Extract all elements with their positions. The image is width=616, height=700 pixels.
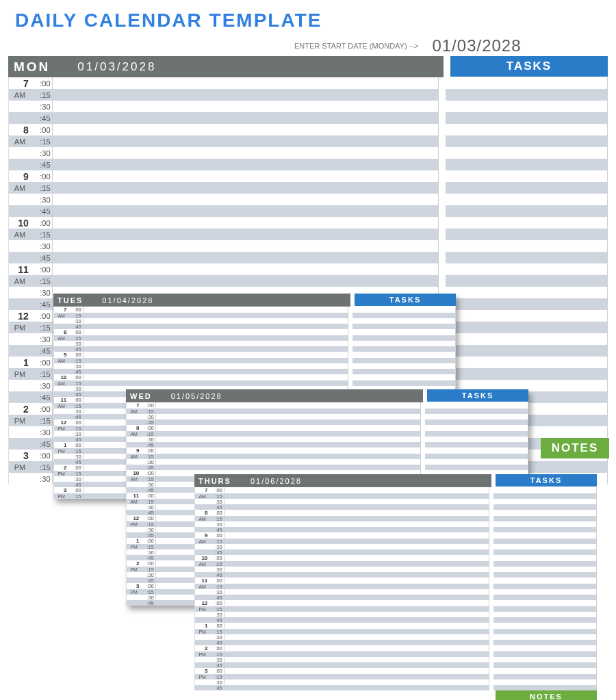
time-slot-row[interactable]: AM:15 (54, 313, 456, 318)
task-cell[interactable] (352, 352, 456, 358)
time-slot-row[interactable]: AM:15 (54, 335, 456, 341)
task-cell[interactable] (493, 600, 597, 606)
task-cell[interactable] (352, 324, 456, 329)
time-slot-row[interactable]: AM:15 (9, 229, 608, 240)
time-slot-row[interactable]: AM:15 (195, 539, 597, 544)
entry-cell[interactable] (52, 135, 439, 147)
task-cell[interactable] (352, 346, 456, 352)
time-slot-row[interactable]: :45 (54, 324, 456, 329)
time-slot-row[interactable]: 7:00 (54, 307, 456, 313)
task-cell[interactable] (446, 101, 607, 112)
time-slot-row[interactable]: 3:00 (195, 668, 597, 674)
entry-cell[interactable] (224, 679, 489, 685)
time-slot-row[interactable]: 2:00 (195, 645, 597, 651)
entry-cell[interactable] (52, 182, 439, 194)
task-cell[interactable] (446, 77, 607, 89)
time-slot-row[interactable]: PM:15 (195, 606, 597, 612)
task-cell[interactable] (446, 263, 607, 275)
time-slot-row[interactable]: :45 (195, 685, 597, 690)
time-slot-row[interactable]: :30 (195, 634, 597, 640)
entry-cell[interactable] (224, 651, 489, 657)
entry-cell[interactable] (155, 409, 420, 414)
entry-cell[interactable] (52, 170, 439, 182)
task-cell[interactable] (493, 510, 597, 516)
task-cell[interactable] (493, 499, 597, 504)
task-cell[interactable] (493, 567, 597, 572)
entry-cell[interactable] (224, 657, 489, 662)
task-cell[interactable] (493, 606, 597, 612)
task-cell[interactable] (446, 298, 607, 310)
entry-cell[interactable] (83, 329, 348, 335)
entry-cell[interactable] (224, 595, 489, 600)
entry-cell[interactable] (224, 567, 489, 572)
task-cell[interactable] (425, 419, 528, 425)
time-slot-row[interactable]: 10:00 (54, 374, 456, 380)
task-cell[interactable] (425, 414, 528, 419)
entry-cell[interactable] (224, 662, 489, 668)
task-cell[interactable] (446, 147, 607, 159)
task-cell[interactable] (493, 572, 597, 578)
time-slot-row[interactable]: :45 (9, 112, 608, 124)
time-slot-row[interactable]: AM:15 (9, 182, 608, 194)
entry-cell[interactable] (155, 442, 420, 448)
task-cell[interactable] (446, 240, 607, 252)
task-cell[interactable] (493, 578, 597, 584)
time-slot-row[interactable]: :45 (9, 159, 608, 170)
entry-cell[interactable] (52, 112, 439, 124)
time-slot-row[interactable]: :45 (127, 442, 528, 448)
time-slot-row[interactable]: :30 (9, 240, 608, 252)
task-cell[interactable] (493, 662, 597, 668)
task-cell[interactable] (352, 313, 456, 318)
task-cell[interactable] (425, 448, 528, 454)
entry-cell[interactable] (83, 369, 348, 374)
task-cell[interactable] (493, 668, 597, 674)
task-cell[interactable] (352, 363, 456, 369)
task-cell[interactable] (493, 595, 597, 600)
time-slot-row[interactable]: :45 (195, 662, 597, 668)
time-slot-row[interactable]: :30 (195, 521, 597, 527)
task-cell[interactable] (352, 329, 456, 335)
time-slot-row[interactable]: 9:00 (127, 448, 528, 454)
entry-cell[interactable] (224, 516, 489, 521)
time-slot-row[interactable]: AM:15 (195, 584, 597, 589)
task-cell[interactable] (493, 504, 597, 510)
entry-cell[interactable] (155, 425, 420, 431)
task-cell[interactable] (425, 437, 528, 442)
entry-cell[interactable] (155, 414, 420, 419)
task-cell[interactable] (446, 112, 607, 124)
entry-cell[interactable] (224, 584, 489, 589)
time-slot-row[interactable]: :30 (54, 318, 456, 324)
entry-cell[interactable] (224, 532, 489, 539)
task-cell[interactable] (493, 623, 597, 629)
task-cell[interactable] (425, 465, 528, 470)
task-cell[interactable] (493, 685, 597, 690)
entry-cell[interactable] (52, 205, 439, 217)
task-cell[interactable] (493, 544, 597, 549)
entry-cell[interactable] (224, 668, 489, 674)
entry-cell[interactable] (224, 634, 489, 640)
time-slot-row[interactable]: :30 (54, 363, 456, 369)
time-slot-row[interactable]: 7:00 (195, 487, 597, 493)
time-slot-row[interactable]: :45 (195, 640, 597, 645)
task-cell[interactable] (493, 487, 597, 493)
entry-cell[interactable] (83, 352, 348, 358)
time-slot-row[interactable]: :45 (195, 527, 597, 532)
time-slot-row[interactable]: AM:15 (127, 454, 528, 459)
start-date-value[interactable]: 01/03/2028 (425, 36, 528, 55)
entry-cell[interactable] (224, 645, 489, 651)
time-slot-row[interactable]: :30 (195, 612, 597, 617)
task-cell[interactable] (352, 358, 456, 363)
task-cell[interactable] (446, 287, 607, 298)
task-cell[interactable] (446, 170, 607, 182)
task-cell[interactable] (446, 229, 607, 240)
task-cell[interactable] (493, 679, 597, 685)
time-slot-row[interactable]: :45 (127, 465, 528, 470)
entry-cell[interactable] (224, 493, 489, 499)
task-cell[interactable] (446, 322, 607, 333)
time-slot-row[interactable]: AM:15 (127, 409, 528, 414)
task-cell[interactable] (425, 442, 528, 448)
task-cell[interactable] (493, 612, 597, 617)
time-slot-row[interactable]: :45 (195, 549, 597, 555)
task-cell[interactable] (446, 217, 607, 229)
time-slot-row[interactable]: AM:15 (9, 135, 608, 147)
